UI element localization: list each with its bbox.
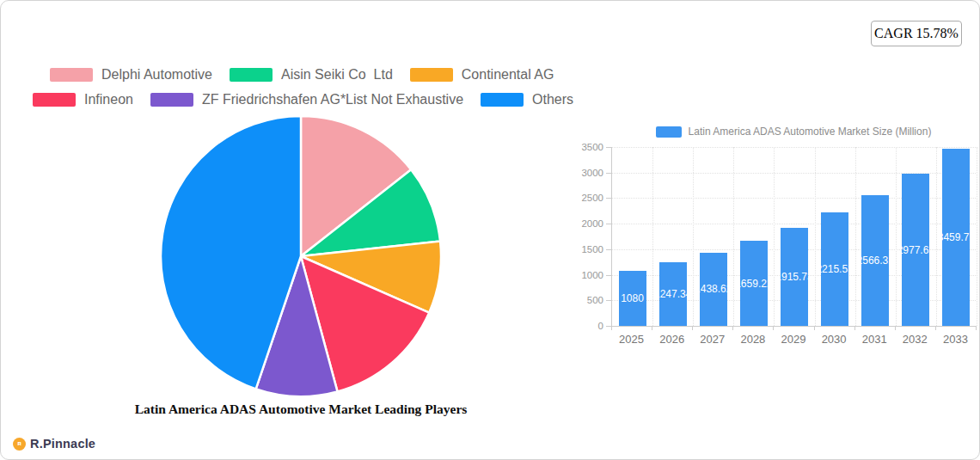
y-axis-tick [606,173,611,174]
x-axis-label: 2028 [732,333,773,346]
y-axis-label: 2000 [564,218,603,230]
bar-value-label: 1080 [621,292,644,304]
bar-chart-legend[interactable]: Latin America ADAS Automotive Market Siz… [611,126,976,138]
x-axis-tick [652,327,652,330]
legend-swatch-aisin [230,68,273,82]
legend-item-zf-friedrichshafen[interactable]: ZF Friedrichshafen AG*List Not Exhaustiv… [150,92,463,107]
bar-2025[interactable]: 1080 [619,271,646,326]
x-axis-tick [895,327,896,330]
bar-value-label: 1438.62 [700,283,727,295]
bar-value-label: 1247.34 [659,288,687,300]
brand-logo: ʀ R.Pinnacle [13,437,95,451]
bar-value-label: 2215.53 [821,263,848,275]
bar-2030[interactable]: 2215.53 [821,212,848,326]
legend-label: Infineon [84,92,133,107]
v-gridline [733,147,734,326]
bar-2033[interactable]: 3459.71 [942,149,970,326]
x-axis-label: 2031 [854,333,895,346]
v-gridline [652,147,653,326]
brand-mark-icon: ʀ [13,438,26,451]
bar-value-label: 1915.73 [781,271,808,283]
pie-chart-title: Latin America ADAS Automotive Market Lea… [86,402,516,417]
y-axis-tick [606,198,611,199]
bar-2032[interactable]: 2977.63 [902,174,929,326]
bar-2029[interactable]: 1915.73 [781,228,808,326]
x-axis-label: 2029 [773,333,813,346]
legend-item-continental-ag[interactable]: Continental AG [410,67,554,83]
x-axis-label: 2032 [895,333,935,346]
v-gridline [896,147,897,326]
bar-legend-label: Latin America ADAS Automotive Market Siz… [689,126,932,138]
y-axis-label: 0 [564,320,603,332]
legend-label: Aisin Seiki Co Ltd [281,67,393,83]
legend-item-aisin-seiki[interactable]: Aisin Seiki Co Ltd [230,67,393,83]
report-card: CAGR 15.78% Delphi Automotive Aisin Seik… [0,0,980,460]
y-axis-tick [606,275,611,276]
bar-2028[interactable]: 1659.22 [740,241,768,326]
legend-swatch-zf [150,93,193,107]
y-axis-tick [606,147,611,148]
legend-swatch-delphi [50,68,93,82]
brand-logo-text: R.Pinnacle [30,437,95,451]
x-axis-tick [935,327,936,330]
y-axis-tick [606,249,611,250]
y-axis-label: 1000 [564,269,603,281]
h-gridline [612,147,976,148]
x-axis-tick [611,327,612,330]
y-axis-label: 500 [564,294,603,306]
bar-chart: Latin America ADAS Automotive Market Siz… [564,121,980,358]
bar-value-label: 2977.63 [902,244,929,256]
bar-2031[interactable]: 2566.31 [861,195,889,327]
x-axis-label: 2027 [692,333,732,346]
x-axis-label: 2026 [652,333,692,346]
v-gridline [693,147,694,326]
x-axis-tick [814,327,815,330]
legend-label: Continental AG [462,67,554,83]
legend-item-others[interactable]: Others [481,92,573,107]
legend-label: ZF Friedrichshafen AG*List Not Exhaustiv… [202,92,463,107]
x-axis-tick [854,327,855,330]
legend-item-delphi-automotive[interactable]: Delphi Automotive [50,67,212,83]
x-axis-tick [976,327,977,330]
bar-plot-area: 10801247.341438.621659.221915.732215.532… [611,147,976,326]
x-axis-tick [773,327,774,330]
bar-2026[interactable]: 1247.34 [659,262,687,326]
cagr-badge: CAGR 15.78% [871,21,962,46]
pie-legend-row-2: Infineon ZF Friedrichshafen AG*List Not … [33,92,573,107]
x-axis-label: 2030 [814,333,854,346]
x-axis-line [610,326,977,327]
v-gridline [774,147,775,326]
pie-legend-row-1: Delphi Automotive Aisin Seiki Co Ltd Con… [50,67,554,83]
bar-legend-swatch [656,126,682,138]
legend-label: Delphi Automotive [101,67,212,83]
v-gridline [855,147,856,326]
x-axis-tick [732,327,733,330]
v-gridline [977,147,977,326]
y-axis-label: 2500 [564,192,603,204]
bar-value-label: 1659.22 [740,278,768,290]
legend-swatch-continental [410,68,453,82]
x-axis-tick [692,327,693,330]
legend-swatch-others [481,93,524,107]
v-gridline [815,147,816,326]
pie-chart [155,110,447,402]
v-gridline [936,147,937,326]
legend-swatch-infineon [33,93,76,107]
legend-item-infineon[interactable]: Infineon [33,92,133,107]
legend-label: Others [532,92,573,107]
y-axis-tick [606,224,611,224]
x-axis-label: 2033 [935,333,976,346]
bar-value-label: 3459.71 [942,231,970,243]
y-axis-tick [606,300,611,301]
y-axis-label: 3000 [564,167,603,179]
y-axis-label: 1500 [564,243,603,255]
bar-value-label: 2566.31 [861,255,889,267]
bar-2027[interactable]: 1438.62 [700,253,727,326]
y-axis-label: 3500 [564,141,603,153]
x-axis-label: 2025 [611,333,652,346]
